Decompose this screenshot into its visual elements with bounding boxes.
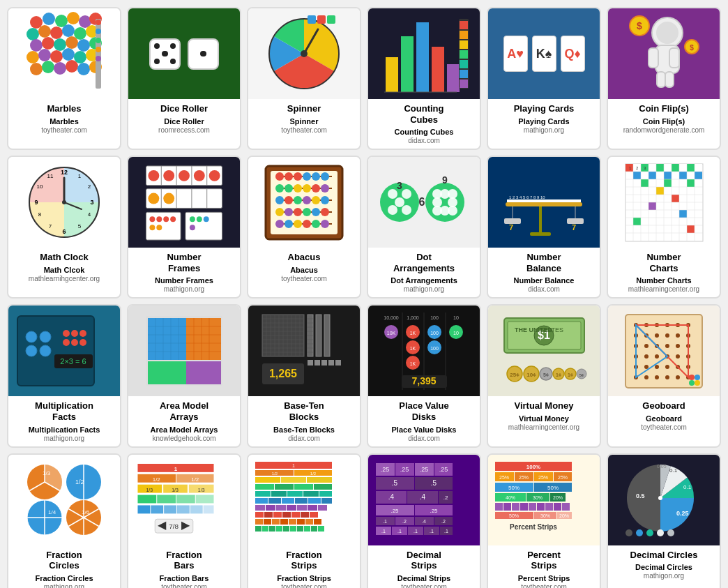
card-decimal-circles[interactable]: 0.5 0.25 0.1 0.1 0.05 Decimal Circles De… (607, 453, 721, 588)
svg-point-152 (402, 189, 411, 199)
card-pctstrips-title: Percent Strips (524, 545, 563, 573)
svg-rect-429 (281, 477, 306, 483)
card-balance-name: Number Balance (511, 275, 577, 285)
svg-text:1: 1 (292, 463, 295, 468)
card-area-model[interactable]: Area Model Arrays Area Model Arrays know… (127, 304, 241, 447)
svg-point-13 (42, 37, 54, 50)
svg-rect-202 (633, 218, 641, 225)
card-fraction-bars[interactable]: 1 1/2 1/2 1/3 1/3 1/3 (127, 453, 241, 588)
svg-rect-455 (273, 512, 282, 518)
card-number-frames[interactable]: Number Frames Number Frames mathigon.org (127, 156, 241, 299)
svg-point-104 (163, 217, 169, 223)
card-fraction-strips[interactable]: 1 (247, 453, 361, 588)
svg-rect-203 (687, 225, 695, 233)
card-playing-cards[interactable]: A♥ K♠ Q♦ Playing Cards Playing Cards mat… (487, 7, 601, 150)
svg-point-7 (38, 25, 51, 38)
svg-rect-59 (649, 48, 658, 68)
card-spinner[interactable]: Spinner Spinner toytheater.com (247, 7, 361, 150)
svg-point-110 (197, 217, 202, 223)
svg-point-103 (156, 217, 162, 223)
svg-text:10,000: 10,000 (384, 315, 399, 320)
card-number-balance[interactable]: 1 2 3 4 5 6 7 8 9 10 7 7 Number Balance … (487, 156, 601, 299)
svg-text:7,395: 7,395 (411, 375, 436, 386)
svg-rect-546 (545, 503, 553, 511)
card-money-name: Virtual Money (516, 413, 572, 423)
card-abacus[interactable]: Abacus Abacus toytheater.com (247, 156, 361, 299)
svg-point-379 (695, 380, 700, 386)
svg-rect-468 (255, 526, 261, 532)
card-geoboard[interactable]: Geoboard Geoboard toytheater.com (607, 304, 721, 447)
svg-text:1/3: 1/3 (43, 470, 51, 476)
svg-point-135 (321, 196, 329, 204)
svg-rect-186 (672, 164, 679, 172)
card-spinner-name: Spinner (287, 116, 321, 126)
card-place-value[interactable]: 10,000 1,000 100 10 10K 1K 100 10 1K 100… (367, 304, 481, 447)
svg-point-12 (30, 39, 43, 52)
card-counting-cubes[interactable]: Counting Cubes Counting Cubes didax.com (367, 7, 481, 150)
svg-point-147 (303, 220, 311, 228)
svg-point-24 (30, 63, 43, 75)
svg-rect-416 (164, 505, 176, 513)
svg-rect-430 (307, 477, 332, 483)
svg-text:4: 4 (88, 211, 91, 218)
card-abacus-source: toytheater.com (278, 275, 330, 287)
svg-point-109 (190, 217, 195, 223)
svg-text:5¢: 5¢ (579, 373, 584, 377)
card-clock-title: Math Clock (37, 248, 91, 264)
svg-rect-185 (664, 164, 672, 172)
svg-point-372 (676, 375, 680, 379)
svg-rect-200 (649, 202, 656, 210)
card-decimal-strips[interactable]: .25 .25 .25 .25 .5 .5 .4 .4 .2 (367, 453, 481, 588)
svg-point-106 (149, 225, 155, 230)
card-balance-source: didax.com (525, 285, 563, 297)
svg-point-370 (655, 375, 659, 379)
svg-point-116 (275, 172, 284, 181)
svg-text:▶: ▶ (181, 519, 190, 531)
card-base-ten[interactable]: 1,265 Base-Ten Blocks Base-Ten Blocks di… (247, 304, 361, 447)
card-fraction-circles[interactable]: 1/3 1/2 1/4 1/6 Fraction Circles Fracti (7, 453, 121, 588)
svg-rect-290 (314, 360, 320, 365)
card-dots-title: Dot Arrangements (390, 248, 457, 275)
svg-point-117 (285, 172, 293, 181)
card-math-clock[interactable]: 12 3 6 9 1 2 4 5 7 8 10 11 Math Clock Ma… (7, 156, 121, 299)
svg-point-100 (163, 193, 174, 204)
card-playing-source: mathigon.org (521, 126, 567, 138)
svg-rect-195 (641, 179, 649, 187)
svg-point-91 (179, 170, 190, 181)
tools-grid: Marbles Marbles toytheater.com Dice Roll… (7, 7, 721, 588)
card-marbles[interactable]: Marbles Marbles toytheater.com (7, 7, 121, 150)
card-dot-arrangements[interactable]: 3 9 6 Dot Arrangements Dot Arrangements … (367, 156, 481, 299)
svg-point-228 (26, 345, 37, 356)
svg-text:1,000: 1,000 (407, 315, 419, 320)
card-marbles-name: Marbles (47, 116, 82, 126)
card-ncharts-title: Number Charts (644, 248, 683, 275)
svg-rect-413 (196, 495, 214, 503)
svg-rect-169 (530, 232, 551, 236)
svg-point-3 (67, 12, 79, 24)
svg-text:1: 1 (78, 173, 82, 179)
card-dice-roller[interactable]: Dice Roller Dice Roller roomrecess.com (127, 7, 241, 150)
card-percent-strips[interactable]: 100% 25% 25% 25% 25% 50% 50% 40% 30% (487, 453, 601, 588)
card-coin-flip[interactable]: $ $ Coin Flip(s) Coin Flip(s) randomword… (607, 7, 721, 150)
svg-rect-450 (297, 505, 307, 511)
die-2 (188, 38, 219, 70)
card-fracbars-name: Fraction Bars (157, 573, 212, 583)
svg-point-140 (303, 208, 311, 216)
svg-point-21 (62, 48, 75, 61)
svg-point-377 (695, 375, 700, 380)
svg-rect-414 (137, 505, 150, 513)
card-fraccircles-source: mathigon.org (41, 583, 87, 588)
svg-text:3: 3 (90, 199, 93, 206)
svg-rect-289 (308, 360, 313, 365)
card-number-charts[interactable]: 1 2 3 Number Charts Number Charts mathle… (607, 156, 721, 299)
svg-rect-184 (656, 164, 664, 172)
card-virtual-money[interactable]: $1 THE UNITED STATES 25¢ 10¢ 5¢ 1¢ 1¢ 5¢… (487, 304, 601, 447)
svg-rect-540 (495, 503, 503, 511)
svg-point-157 (425, 183, 464, 222)
svg-rect-453 (255, 512, 264, 518)
svg-text:.1: .1 (397, 529, 402, 534)
card-multiplication-facts[interactable]: 2×3 = 6 Multiplication Facts Multiplicat… (7, 304, 121, 447)
svg-point-353 (665, 344, 669, 348)
svg-rect-437 (287, 491, 303, 497)
svg-text:.1: .1 (430, 529, 434, 534)
